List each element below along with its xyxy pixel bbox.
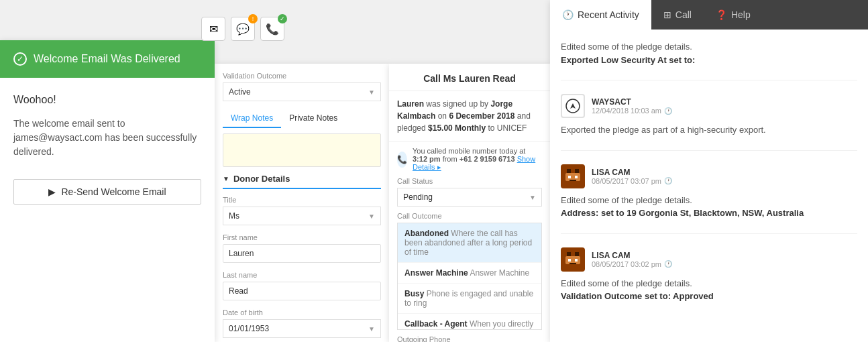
- activity-content: Edited some of the pledge details. Expor…: [550, 30, 868, 342]
- recent-activity-tab[interactable]: 🕐 Recent Activity: [550, 0, 651, 30]
- call-tab[interactable]: ⊞ Call: [651, 0, 704, 30]
- dob-select[interactable]: 01/01/1953 ▼: [223, 319, 381, 338]
- svg-rect-2: [567, 169, 571, 173]
- wrap-notes-tab[interactable]: Wrap Notes: [223, 109, 281, 128]
- check-icon: ✓: [13, 52, 27, 66]
- lisa-pixel-icon-2: [563, 249, 583, 270]
- mobile-phone-icon: 📞: [397, 152, 407, 168]
- outcome-abandoned[interactable]: Abandoned Where the call has been abando…: [398, 223, 541, 263]
- lisa-cam-name-2: LISA CAM: [592, 251, 672, 260]
- lisa-cam-time-2: 08/05/2017 03:02 pm 🕐: [592, 260, 672, 268]
- notification-message: The welcome email sent to james@waysact.…: [13, 117, 201, 159]
- waysact-icon: [565, 98, 581, 114]
- outgoing-section: Outgoing Phone AU +61 2 9159 6713 612915…: [389, 330, 550, 342]
- question-icon: ❓: [716, 9, 727, 20]
- firstname-label: First name: [223, 233, 381, 241]
- call-status-value: Pending: [403, 192, 433, 202]
- mobile-call-text: You called mobile number today at 3:12 p…: [413, 147, 542, 172]
- lisa-cam-info-1: LISA CAM 08/05/2017 03:07 pm 🕐: [592, 168, 672, 185]
- activity-entry-3: LISA CAM 08/05/2017 03:07 pm 🕐 Edited so…: [561, 164, 857, 234]
- call-status-label: Call Status: [389, 177, 550, 188]
- call-tab-label: Call: [675, 9, 692, 20]
- svg-rect-13: [575, 259, 578, 262]
- outcome-busy-desc: Phone is engaged and unable to ring: [404, 289, 533, 308]
- phone-badge: ✓: [278, 14, 287, 23]
- svg-rect-12: [568, 259, 571, 262]
- waysact-name: WAYSACT: [592, 97, 672, 107]
- waysact-user-row: WAYSACT 12/04/2018 10:03 am 🕐: [561, 94, 857, 118]
- notification-header: ✓ Welcome Email Was Delivered: [0, 40, 215, 78]
- icon-bar: ✉ 💬 ! 📞 ✓: [201, 17, 284, 41]
- notification-body: Woohoo! The welcome email sent to james@…: [0, 78, 215, 342]
- firstname-value[interactable]: Lauren: [223, 244, 381, 263]
- clock-small-icon: 🕐: [664, 107, 672, 115]
- chevron-down-icon: ▼: [368, 213, 375, 220]
- notification-panel: ✓ Welcome Email Was Delivered Woohoo! Th…: [0, 40, 215, 342]
- lastname-field: Last name Read: [223, 271, 381, 300]
- chat-icon-button[interactable]: 💬 !: [231, 17, 255, 41]
- lisa-cam-row-1: LISA CAM 08/05/2017 03:07 pm 🕐: [561, 164, 857, 188]
- email-icon-button[interactable]: ✉: [201, 17, 225, 41]
- private-notes-tab[interactable]: Private Notes: [281, 109, 345, 128]
- lisa-cam-time-1: 08/05/2017 03:07 pm 🕐: [592, 177, 672, 185]
- help-tab[interactable]: ❓ Help: [704, 0, 763, 30]
- outcome-callback[interactable]: Callback - Agent When you directly speak…: [398, 314, 541, 330]
- call-status-select[interactable]: Pending ▼: [397, 188, 542, 207]
- waysact-date: 12/04/2018 10:03 am: [592, 107, 661, 115]
- triangle-icon: ▼: [223, 175, 229, 182]
- notification-title: Welcome Email Was Delivered: [34, 53, 180, 65]
- clock-icon: 🕐: [562, 9, 574, 20]
- call-outcome-label: Call Outcome: [389, 212, 550, 223]
- grid-icon: ⊞: [663, 9, 671, 20]
- lisa-cam-bold-2: Validation Outcome set to: Approved: [561, 291, 714, 301]
- clock-small-icon-3: 🕐: [664, 260, 672, 268]
- lastname-value[interactable]: Read: [223, 282, 381, 300]
- notes-textarea[interactable]: [223, 133, 381, 167]
- waysact-info: WAYSACT 12/04/2018 10:03 am 🕐: [592, 97, 672, 115]
- title-label: Title: [223, 196, 381, 204]
- resend-button[interactable]: ▶ Re-Send Welcome Email: [13, 179, 201, 205]
- call-info-text: Lauren was signed up by Jorge Kalmbach o…: [397, 99, 531, 133]
- lisa-avatar-2: [561, 247, 585, 272]
- chat-badge: !: [248, 14, 258, 23]
- outcome-abandoned-title: Abandoned: [404, 229, 449, 238]
- outcome-answer-machine[interactable]: Answer Machine Answer Machine: [398, 263, 541, 284]
- chat-icon: 💬: [236, 23, 250, 36]
- svg-rect-5: [568, 176, 571, 178]
- lisa-cam-text-1: Edited some of the pledge details. Addre…: [561, 194, 857, 220]
- call-header: Call Ms Lauren Read: [389, 64, 550, 91]
- call-info: Lauren was signed up by Jorge Kalmbach o…: [389, 91, 550, 141]
- lastname-label: Last name: [223, 271, 381, 279]
- chevron-down-icon: ▼: [529, 194, 536, 201]
- svg-rect-6: [575, 176, 578, 178]
- validation-field: Validation Outcome Active ▼: [223, 72, 381, 101]
- outcome-callback-title: Callback - Agent: [404, 319, 468, 329]
- lisa-cam-info-2: LISA CAM 08/05/2017 03:02 pm 🕐: [592, 251, 672, 268]
- lisa-cam-name-1: LISA CAM: [592, 168, 672, 177]
- chevron-down-icon: ▼: [368, 89, 375, 96]
- phone-icon: 📞: [266, 23, 279, 36]
- outcome-busy-title: Busy: [404, 289, 424, 298]
- help-tab-label: Help: [731, 9, 751, 20]
- outcome-answer-title: Answer Machine: [404, 268, 468, 278]
- title-value: Ms: [229, 211, 239, 221]
- validation-select[interactable]: Active ▼: [223, 82, 381, 101]
- resend-label: Re-Send Welcome Email: [61, 186, 166, 197]
- outcome-busy[interactable]: Busy Phone is engaged and unable to ring: [398, 284, 541, 314]
- email-icon: ✉: [209, 23, 218, 36]
- title-field: Title Ms ▼: [223, 196, 381, 225]
- validation-label: Validation Outcome: [223, 72, 381, 80]
- phone-icon-button[interactable]: 📞 ✓: [260, 17, 284, 41]
- dob-value: 01/01/1953: [229, 324, 269, 333]
- dob-label: Date of birth: [223, 308, 381, 317]
- activity-panel: 🕐 Recent Activity ⊞ Call ❓ Help Edited s…: [550, 0, 868, 342]
- notes-tabs: Wrap Notes Private Notes: [223, 109, 381, 128]
- outgoing-label: Outgoing Phone: [397, 335, 542, 342]
- lisa-pixel-icon: [563, 166, 583, 186]
- title-select[interactable]: Ms ▼: [223, 207, 381, 225]
- call-mobile-row: 📞 You called mobile number today at 3:12…: [389, 141, 550, 177]
- chevron-down-icon: ▼: [368, 325, 375, 333]
- activity-entry-4: LISA CAM 08/05/2017 03:02 pm 🕐 Edited so…: [561, 247, 857, 317]
- svg-rect-10: [575, 252, 579, 256]
- lisa-cam-date-1: 08/05/2017 03:07 pm: [592, 177, 661, 185]
